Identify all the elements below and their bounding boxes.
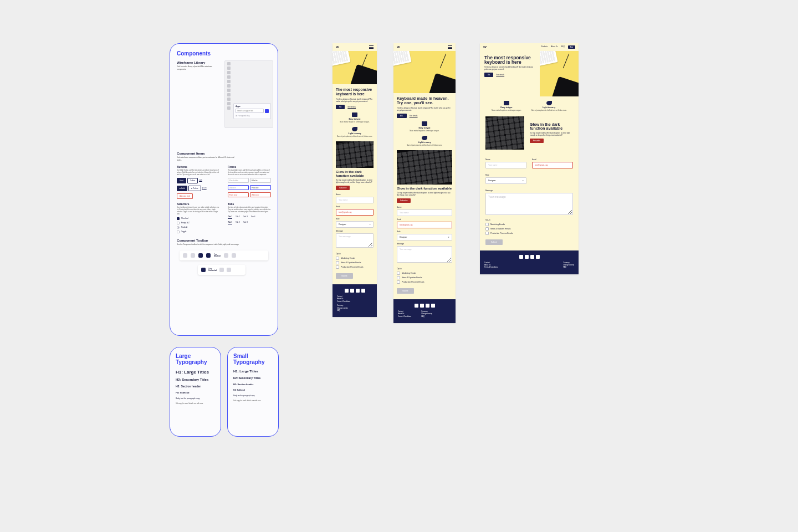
field-error[interactable]: Form error [228,192,249,197]
twitter-icon-b[interactable] [415,304,418,308]
optin-1b[interactable] [397,272,400,275]
component-toolbar-big[interactable]: Type Disabled [180,250,268,260]
name-input[interactable] [336,197,374,203]
nav-products[interactable]: Products [541,45,548,49]
toolbar-state-color-icon[interactable] [201,268,206,272]
submit-button-b[interactable]: Submit [397,288,414,294]
hamburger-icon-b[interactable] [448,45,452,49]
instagram-icon-b[interactable] [431,304,435,308]
footer-terms[interactable]: Terms & Conditions [337,300,372,303]
field-error-filled[interactable]: With error [250,192,271,197]
btn-solid[interactable]: Solid [177,178,186,183]
tab-3[interactable]: Tab 3 [243,216,248,219]
optin-2b[interactable] [397,276,400,279]
optin-2c[interactable] [485,227,489,231]
email-input[interactable] [336,209,374,216]
hero-cta-c[interactable]: Go [484,73,493,77]
text-icon[interactable] [227,71,231,74]
facebook-icon[interactable] [350,289,354,293]
hero-ghost[interactable]: See details [347,106,356,108]
linkedin-icon-c[interactable] [530,255,534,259]
toolbar-unlock-icon[interactable] [219,268,224,272]
tab-4[interactable]: Tab 4 [251,216,255,219]
role-select-c[interactable]: Designer [485,177,526,184]
name-input-b[interactable] [397,209,452,216]
nav-faq[interactable]: F&Q [561,45,565,49]
optin-3b[interactable] [397,280,400,284]
optin-3c[interactable] [485,232,489,235]
brand-logo[interactable]: W [336,45,339,49]
toolbar-color-icon[interactable] [198,253,203,258]
email-input-b[interactable] [397,222,452,228]
twitter-icon-c[interactable] [519,255,523,259]
toolbar-flag-icon[interactable] [206,253,211,258]
tab-r2-2[interactable]: Tab 2 [236,221,240,224]
message-input[interactable] [336,233,374,248]
optin-3[interactable] [336,265,339,269]
apps-icon[interactable] [227,106,231,110]
optin-1[interactable] [336,257,339,260]
comment-icon[interactable] [227,93,231,96]
role-select[interactable]: Designer [336,221,374,228]
template-icon[interactable] [227,66,231,70]
btn-error-sample[interactable]: Alternate style [177,193,193,199]
field-active-filled[interactable]: Filled live [250,185,271,190]
component-toolbar-small[interactable]: State Unchecked [198,265,245,275]
hero-cta-b[interactable]: ALL [397,114,407,118]
linkedin-icon-b[interactable] [426,304,429,308]
nav-buy[interactable]: Buy [568,45,575,49]
apps-search-input[interactable] [236,109,264,113]
glow-cta[interactable]: Subscribe [336,186,350,190]
hero-cta[interactable]: Go [336,105,345,109]
btn-link[interactable]: Link [199,178,202,183]
glow-cta-c[interactable]: Pre-order [530,139,544,143]
brand-logo-b[interactable]: W [397,45,400,49]
footer-faq[interactable]: FAQ [337,309,372,311]
cursor-icon[interactable] [227,62,231,65]
message-input-c[interactable] [485,193,573,215]
tab-r2-1[interactable]: Tab 1 [228,221,232,224]
toolbar-more-icon[interactable] [232,253,236,258]
btn-solid-icon[interactable]: ■ Solid [177,186,187,191]
field-placeholder[interactable]: Placeholder [228,178,249,183]
optin-2[interactable] [336,261,339,264]
tab-r2-3[interactable]: Tab 3 [243,221,248,224]
checkbox-off[interactable] [177,222,180,224]
btn-link-icon[interactable]: ■ Link [202,186,207,191]
brand-logo-c[interactable]: W [483,45,487,49]
role-select-b[interactable]: Designer [397,234,452,241]
arrow-icon[interactable] [227,84,231,88]
footer-faq-c[interactable]: FAQ [563,266,574,268]
facebook-icon-b[interactable] [420,304,424,308]
footer-terms-c[interactable]: Terms & Conditions [484,266,498,268]
name-input-c[interactable] [485,162,526,168]
hamburger-icon[interactable] [369,45,374,49]
upload-icon[interactable] [227,102,231,105]
field-filled[interactable]: Filled in [250,178,271,183]
apps-search-go-icon[interactable] [265,109,269,113]
btn-outline-icon[interactable]: ■ Outline [188,186,201,191]
submit-button[interactable]: Submit [336,273,353,279]
toolbar-lock-icon[interactable] [224,253,228,258]
toolbar-style-icon[interactable] [191,253,195,258]
toolbar-small-more-icon[interactable] [227,268,231,272]
footer-terms-b[interactable]: Terms & Conditions [398,315,411,318]
toolbar-square-icon[interactable] [183,253,187,258]
hero-ghost-b[interactable]: See details [410,115,418,117]
checkbox-on[interactable] [177,217,180,220]
toolbar-type[interactable]: Type Disabled [214,254,221,257]
shape-icon[interactable] [227,80,231,83]
radio-on[interactable] [177,226,180,229]
linkedin-icon[interactable] [356,289,360,293]
glow-cta-b[interactable]: Subscribe [397,198,411,203]
btn-outline[interactable]: Outline [187,178,198,183]
footer-faq-b[interactable]: FAQ [421,315,432,318]
toggle[interactable] [177,231,180,233]
tab-1[interactable]: Tab 1 [228,216,232,219]
optin-1c[interactable] [485,223,489,226]
field-active[interactable]: With live [228,185,249,190]
facebook-icon-c[interactable] [525,255,529,259]
sticky-icon[interactable] [227,75,231,79]
nav-about[interactable]: About Us [551,45,557,49]
tab-2[interactable]: Tab 2 [236,216,240,219]
